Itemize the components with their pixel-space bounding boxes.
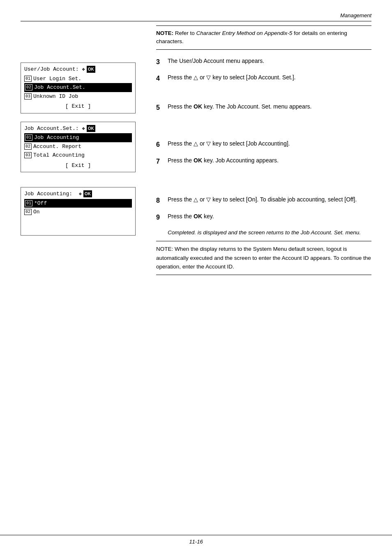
nav-icon-1: ❖ bbox=[82, 67, 85, 72]
step-4: 4 Press the △ or ▽ key to select [Job Ac… bbox=[156, 73, 371, 84]
step-5: 5 Press the OK key. The Job Account. Set… bbox=[156, 102, 371, 113]
item-num-03-2: 03 bbox=[24, 152, 32, 158]
lcd-screen-1-title-text: User/Job Account: ❖ bbox=[24, 65, 85, 74]
lcd-screen-2-row-1: 01 Job Accounting bbox=[24, 133, 132, 142]
lcd-screen-2-title-text: Job Account.Set.: ❖ bbox=[24, 125, 85, 133]
header-title: Management bbox=[340, 12, 371, 18]
step-3-num: 3 bbox=[156, 57, 163, 67]
note-top: NOTE: Refer to Character Entry Method on… bbox=[156, 25, 371, 50]
step-8-text: Press the △ or ▽ key to select [On]. To … bbox=[168, 195, 371, 204]
lcd-screen-3-item-2: On bbox=[33, 208, 40, 216]
step-7-text: Press the OK key. Job Accounting appears… bbox=[168, 156, 371, 165]
lcd-screen-2-title: Job Account.Set.: ❖ OK bbox=[24, 125, 132, 133]
lcd-screen-3-item-1: *Off bbox=[34, 199, 47, 208]
step-4-text: Press the △ or ▽ key to select [Job Acco… bbox=[168, 73, 371, 82]
item-num-01-2: 01 bbox=[25, 134, 32, 141]
item-num-01-1: 01 bbox=[24, 76, 32, 82]
content-area: User/Job Account: ❖ OK 01 User Login Set… bbox=[21, 25, 371, 275]
lcd-screen-2-item-3: Total Accounting bbox=[33, 151, 85, 160]
note-top-italic: Character Entry Method on Appendix-5 bbox=[196, 30, 293, 36]
lcd-screen-2-item-1: Job Accounting bbox=[34, 134, 79, 142]
step-8: 8 Press the △ or ▽ key to select [On]. T… bbox=[156, 195, 371, 206]
page-header: Management bbox=[21, 12, 371, 21]
step-7-ok: OK bbox=[194, 157, 202, 164]
page-number: 11-16 bbox=[189, 539, 203, 545]
step-9-completed-rest: . is displayed and the screen returns to… bbox=[194, 229, 361, 236]
lcd-screen-1-item-3: Unknown ID Job bbox=[33, 92, 78, 101]
lcd-screen-3-title-text: Job Accounting: ❖ bbox=[24, 190, 82, 198]
ok-badge-2: OK bbox=[87, 125, 95, 132]
lcd-screen-3-row-1: 01 *Off bbox=[24, 199, 132, 208]
lcd-screen-3-row-2: 02 On bbox=[24, 208, 132, 217]
step-9-ok: OK bbox=[194, 213, 202, 220]
step-6: 6 Press the △ or ▽ key to select [Job Ac… bbox=[156, 139, 371, 150]
page-container: Management User/Job Account: ❖ OK 01 Use… bbox=[0, 0, 392, 555]
step-9-text: Press the OK key. bbox=[168, 212, 371, 221]
step-3-text: The User/Job Account menu appears. bbox=[168, 56, 371, 65]
step-9-completed: Completed bbox=[168, 229, 194, 236]
step-4-num: 4 bbox=[156, 73, 163, 84]
step-9-num: 9 bbox=[156, 212, 163, 223]
step-6-text: Press the △ or ▽ key to select [Job Acco… bbox=[168, 139, 371, 148]
page-footer: 11-16 bbox=[0, 535, 392, 545]
step-9-subtext: Completed. is displayed and the screen r… bbox=[168, 229, 371, 237]
lcd-screen-2-exit: [ Exit ] bbox=[24, 162, 132, 170]
item-num-02-2: 02 bbox=[24, 143, 32, 150]
step-8-num: 8 bbox=[156, 195, 163, 206]
step-5-ok: OK bbox=[194, 103, 202, 110]
lcd-screen-1-row-1: 01 User Login Set. bbox=[24, 74, 132, 83]
step-3: 3 The User/Job Account menu appears. bbox=[156, 56, 371, 67]
lcd-screen-2-item-2: Account. Report bbox=[33, 143, 81, 151]
item-num-02-3: 02 bbox=[24, 209, 32, 215]
lcd-screen-3-title: Job Accounting: ❖ OK bbox=[24, 190, 132, 198]
step-7: 7 Press the OK key. Job Accounting appea… bbox=[156, 156, 371, 167]
lcd-screen-3: Job Accounting: ❖ OK 01 *Off 02 On bbox=[21, 187, 136, 236]
nav-icon-2: ❖ bbox=[82, 126, 85, 132]
nav-icon-3: ❖ bbox=[79, 191, 82, 197]
item-num-03-1: 03 bbox=[24, 93, 32, 99]
step-6-num: 6 bbox=[156, 139, 163, 150]
left-column: User/Job Account: ❖ OK 01 User Login Set… bbox=[21, 25, 148, 275]
lcd-screen-1: User/Job Account: ❖ OK 01 User Login Set… bbox=[21, 62, 136, 113]
step-7-num: 7 bbox=[156, 156, 163, 167]
note-bottom-bold: NOTE: bbox=[156, 246, 173, 252]
item-num-01-3: 01 bbox=[25, 200, 32, 206]
lcd-screen-1-row-2: 02 Job Account.Set. bbox=[24, 83, 132, 92]
item-num-02-1: 02 bbox=[25, 84, 32, 90]
lcd-screen-1-exit: [ Exit ] bbox=[24, 102, 132, 111]
step-5-num: 5 bbox=[156, 102, 163, 113]
lcd-screen-2-row-3: 03 Total Accounting bbox=[24, 151, 132, 160]
lcd-screen-1-row-3: 03 Unknown ID Job bbox=[24, 92, 132, 101]
note-top-text: Refer to bbox=[175, 30, 196, 36]
note-bottom: NOTE: When the display returns to the Sy… bbox=[156, 241, 371, 275]
lcd-screen-2: Job Account.Set.: ❖ OK 01 Job Accounting… bbox=[21, 122, 136, 173]
right-column: NOTE: Refer to Character Entry Method on… bbox=[148, 25, 371, 275]
lcd-screen-2-row-2: 02 Account. Report bbox=[24, 142, 132, 151]
lcd-screen-1-item-2: Job Account.Set. bbox=[34, 83, 85, 92]
ok-badge-3: OK bbox=[83, 190, 92, 197]
step-5-text: Press the OK key. The Job Account. Set. … bbox=[168, 102, 371, 111]
note-bottom-text: When the display returns to the System M… bbox=[156, 246, 371, 270]
lcd-screen-1-title: User/Job Account: ❖ OK bbox=[24, 65, 132, 74]
ok-badge-1: OK bbox=[87, 66, 95, 73]
lcd-screen-1-item-1: User Login Set. bbox=[33, 75, 81, 83]
step-9: 9 Press the OK key. bbox=[156, 212, 371, 223]
note-top-bold: NOTE: bbox=[156, 30, 173, 36]
